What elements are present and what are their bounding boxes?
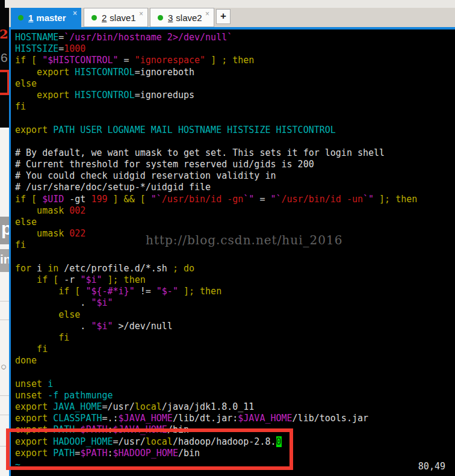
terminal-line: . "$i"	[15, 297, 455, 309]
background-gray-badge-p: p	[0, 217, 9, 244]
screen: 2. 6 p in ○ 1 master × 2 slave1 ×	[0, 0, 455, 476]
background-gray-badge-in: in	[0, 249, 9, 272]
terminal-line: HISTSIZE=1000	[15, 43, 455, 55]
divider	[0, 320, 9, 320]
terminal-line: export HISTCONTROL=ignoredups	[15, 90, 455, 101]
tab-label: slave1	[110, 13, 135, 23]
terminal-line: unset -f pathmunge	[15, 390, 455, 401]
terminal-line: for i in /etc/profile.d/*.sh ; do	[15, 263, 455, 274]
divider	[0, 395, 9, 396]
terminal-line: export CLASSPATH=.:$JAVA_HOME/lib/dt.jar…	[15, 413, 455, 424]
terminal-line: export HISTCONTROL=ignoreboth	[15, 67, 455, 78]
terminal-line: export PATH USER LOGNAME MAIL HOSTNAME H…	[15, 125, 455, 136]
tab-number: 2	[102, 13, 107, 23]
background-text-red: 2.	[0, 26, 9, 42]
session-connected-icon	[91, 15, 97, 20]
terminal-line: fi	[15, 101, 455, 113]
watermark-text: http://blog.csdn.net/hui_2016	[146, 233, 342, 247]
cursor-position: 80,49	[418, 461, 445, 472]
tab-number: 1	[28, 13, 33, 23]
divider	[0, 301, 9, 301]
terminal-line: HOSTNAME=`/usr/bin/hostname 2>/dev/null`	[15, 32, 455, 43]
terminal-line: # /usr/share/doc/setup-*/uidgid file	[15, 182, 455, 193]
new-tab-button[interactable]: +	[216, 9, 231, 24]
background-light-area: p in ○	[0, 128, 9, 476]
terminal-line	[15, 113, 455, 124]
tab-label: slave2	[176, 13, 202, 23]
terminal-output[interactable]: HOSTNAME=`/usr/bin/hostname 2>/dev/null`…	[11, 29, 455, 476]
session-connected-icon	[18, 15, 23, 20]
terminal-line	[15, 252, 455, 263]
terminal-line: else	[15, 309, 455, 321]
window-title-strip	[5, 0, 455, 8]
tab-master[interactable]: 1 master ×	[11, 8, 81, 27]
terminal-line: if [ -r "$i" ]; then	[15, 274, 455, 286]
terminal-line: # By default, we want umask to get set. …	[15, 147, 455, 159]
terminal-line: if [ "${-#*i}" != "$-" ]; then	[15, 286, 455, 297]
terminal-line: export JAVA_HOME=/usr/local/java/jdk1.8.…	[15, 401, 455, 413]
terminal-line: # Current threshold for system reserved …	[15, 159, 455, 170]
tab-slave2[interactable]: 3 slave2 ×	[150, 8, 214, 27]
background-text-gray: 6	[1, 51, 8, 65]
terminal-line: umask 002	[15, 205, 455, 217]
terminal-line: . "$i" >/dev/null	[15, 321, 455, 332]
terminal-line: fi	[15, 344, 455, 355]
tab-bar: 1 master × 2 slave1 × 3 slave2 × +	[9, 8, 455, 27]
terminal-line: fi	[15, 332, 455, 344]
background-window-strip: 2. 6 p in ○	[0, 0, 9, 476]
close-icon[interactable]: ×	[73, 10, 77, 17]
terminal-line: if [ "$HISTCONTROL" = "ignorespace" ] ; …	[15, 55, 455, 66]
terminal-line: if [ $UID -gt 199 ] && [ "`/usr/bin/id -…	[15, 194, 455, 205]
terminal-line: done	[15, 355, 455, 366]
tab-number: 3	[168, 13, 173, 23]
terminal-line	[15, 366, 455, 378]
session-connected-icon	[158, 15, 163, 20]
terminal-line: else	[15, 217, 455, 228]
close-icon[interactable]: ×	[205, 10, 209, 17]
close-icon[interactable]: ×	[139, 10, 143, 17]
divider	[0, 415, 9, 415]
background-dark-area: 2. 6	[0, 0, 9, 128]
highlight-annotation-box	[6, 428, 293, 470]
terminal-line	[15, 136, 455, 147]
tab-label: master	[36, 13, 66, 23]
terminal-line: unset i	[15, 379, 455, 390]
background-circle-glyph: ○	[1, 361, 7, 373]
background-red-box	[0, 70, 9, 95]
tab-slave1[interactable]: 2 slave1 ×	[84, 8, 148, 27]
terminal-line: # You could check uidgid reservation val…	[15, 170, 455, 182]
terminal-line: else	[15, 78, 455, 90]
